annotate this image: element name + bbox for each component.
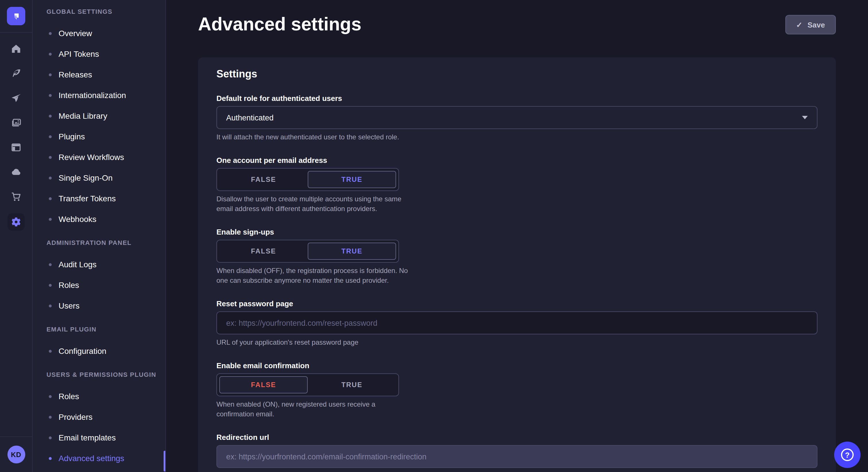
sidebar-item-roles[interactable]: Roles <box>33 275 165 295</box>
field-label: Reset password page <box>216 299 817 308</box>
sidebar-item-overview[interactable]: Overview <box>33 23 165 43</box>
nav-section-header: GLOBAL SETTINGS <box>33 8 165 15</box>
bullet-icon <box>49 283 52 286</box>
sidebar-item-label: Configuration <box>59 346 106 356</box>
nav-section-list: RolesProvidersEmail templatesAdvanced se… <box>33 386 165 469</box>
sidebar-item-label: Roles <box>59 392 79 401</box>
select-value: Authenticated <box>226 113 274 122</box>
sidebar-item-label: Roles <box>59 280 79 290</box>
sidebar-item-media-library[interactable]: Media Library <box>33 105 165 126</box>
field-hint: When disabled (OFF), the registration pr… <box>216 266 409 285</box>
toggle-option-false[interactable]: FALSE <box>219 171 308 188</box>
panel-heading: Settings <box>216 68 817 80</box>
sidebar-item-releases[interactable]: Releases <box>33 64 165 85</box>
rail-item-settings-gear-active[interactable] <box>7 213 25 231</box>
active-item-indicator <box>164 451 165 471</box>
field-hint: URL of your application's reset password… <box>216 338 817 347</box>
app-window: KD GLOBAL SETTINGSOverviewAPI TokensRele… <box>0 0 868 472</box>
field-reset-password-page: Reset password pageURL of your applicati… <box>216 299 817 347</box>
checkmark-icon: ✓ <box>796 21 802 28</box>
sidebar-item-plugins[interactable]: Plugins <box>33 126 165 147</box>
sidebar-item-label: Email templates <box>59 433 116 442</box>
sidebar-item-label: Overview <box>59 29 92 38</box>
bullet-icon <box>49 217 52 221</box>
sidebar-item-label: Review Workflows <box>59 153 124 162</box>
save-button[interactable]: ✓ Save <box>785 15 836 34</box>
bullet-icon <box>49 395 52 398</box>
field-hint: It will attach the new authenticated use… <box>216 133 817 142</box>
main-content: Advanced settings ✓ Save Settings Defaul… <box>166 0 868 472</box>
cloud-icon[interactable] <box>8 164 24 180</box>
user-avatar[interactable]: KD <box>7 446 25 463</box>
sidebar-item-label: Advanced settings <box>59 453 124 463</box>
toggle-option-false[interactable]: FALSE <box>219 243 308 260</box>
field-hint: Disallow the user to create multiple acc… <box>216 194 409 214</box>
field-label: Enable email confirmation <box>216 361 817 370</box>
redirection-url-input[interactable] <box>216 445 817 468</box>
field-label: One account per email address <box>216 156 817 165</box>
sidebar-item-label: Single Sign-On <box>59 173 113 182</box>
sidebar-item-api-tokens[interactable]: API Tokens <box>33 43 165 64</box>
bullet-icon <box>49 114 52 117</box>
field-one-account-per-email-address: One account per email addressFALSETRUEDi… <box>216 156 817 214</box>
sidebar-item-transfer-tokens[interactable]: Transfer Tokens <box>33 188 165 209</box>
cart-icon[interactable] <box>8 189 24 205</box>
sidebar-item-providers[interactable]: Providers <box>33 407 165 427</box>
reset-password-page-input[interactable] <box>216 311 817 334</box>
media-library-icon[interactable] <box>8 115 24 131</box>
bullet-icon <box>49 457 52 460</box>
sidebar-item-configuration[interactable]: Configuration <box>33 341 165 361</box>
icon-rail: KD <box>0 0 33 472</box>
bullet-icon <box>49 197 52 200</box>
sidebar-item-label: Users <box>59 301 80 310</box>
home-icon[interactable] <box>8 41 24 57</box>
sidebar-item-label: Media Library <box>59 111 107 121</box>
bullet-icon <box>49 415 52 418</box>
sidebar-item-audit-logs[interactable]: Audit Logs <box>33 254 165 275</box>
field-hint: When enabled (ON), new registered users … <box>216 400 409 419</box>
toggle-option-true[interactable]: TRUE <box>308 376 396 394</box>
help-button[interactable]: ? <box>834 442 861 468</box>
sidebar-item-review-workflows[interactable]: Review Workflows <box>33 147 165 167</box>
boolean-toggle: FALSETRUE <box>216 373 399 396</box>
chevron-down-icon <box>802 116 808 119</box>
role-select[interactable]: Authenticated <box>216 106 817 129</box>
bullet-icon <box>49 349 52 352</box>
boolean-toggle: FALSETRUE <box>216 240 399 263</box>
bullet-icon <box>49 73 52 76</box>
bullet-icon <box>49 436 52 439</box>
field-enable-email-confirmation: Enable email confirmationFALSETRUEWhen e… <box>216 361 817 419</box>
field-label: Redirection url <box>216 433 817 442</box>
bullet-icon <box>49 304 52 307</box>
sidebar-item-webhooks[interactable]: Webhooks <box>33 209 165 229</box>
strapi-logo-icon[interactable] <box>7 7 25 25</box>
nav-section-list: Audit LogsRolesUsers <box>33 254 165 316</box>
nav-section-header: EMAIL PLUGIN <box>33 326 165 333</box>
toggle-option-false[interactable]: FALSE <box>219 376 308 394</box>
toggle-option-true[interactable]: TRUE <box>308 243 396 260</box>
sidebar-item-roles[interactable]: Roles <box>33 386 165 407</box>
sidebar-item-label: Audit Logs <box>59 260 96 269</box>
sidebar-item-internationalization[interactable]: Internationalization <box>33 85 165 105</box>
nav-section-header: ADMINISTRATION PANEL <box>33 239 165 246</box>
question-mark-icon: ? <box>841 448 854 461</box>
toggle-option-true[interactable]: TRUE <box>308 171 396 188</box>
rail-user-area: KD <box>0 436 32 472</box>
page-header: Advanced settings ✓ Save <box>198 14 836 34</box>
feather-icon[interactable] <box>8 65 24 81</box>
sidebar-item-email-templates[interactable]: Email templates <box>33 427 165 448</box>
sidebar-item-users[interactable]: Users <box>33 295 165 316</box>
layout-icon[interactable] <box>8 139 24 156</box>
paper-plane-icon[interactable] <box>8 90 24 106</box>
sidebar-item-advanced-settings[interactable]: Advanced settings <box>33 448 165 469</box>
rail-icon-list <box>7 33 25 231</box>
sidebar-item-label: Releases <box>59 70 92 79</box>
field-label: Enable sign-ups <box>216 228 817 237</box>
sidebar-item-label: API Tokens <box>59 49 99 59</box>
sidebar-item-single-sign-on[interactable]: Single Sign-On <box>33 167 165 188</box>
settings-fields: Default role for authenticated usersAuth… <box>216 94 817 468</box>
bullet-icon <box>49 135 52 138</box>
nav-section-list: Configuration <box>33 341 165 361</box>
settings-gear-icon[interactable] <box>8 214 24 230</box>
sidebar-item-label: Webhooks <box>59 214 96 224</box>
